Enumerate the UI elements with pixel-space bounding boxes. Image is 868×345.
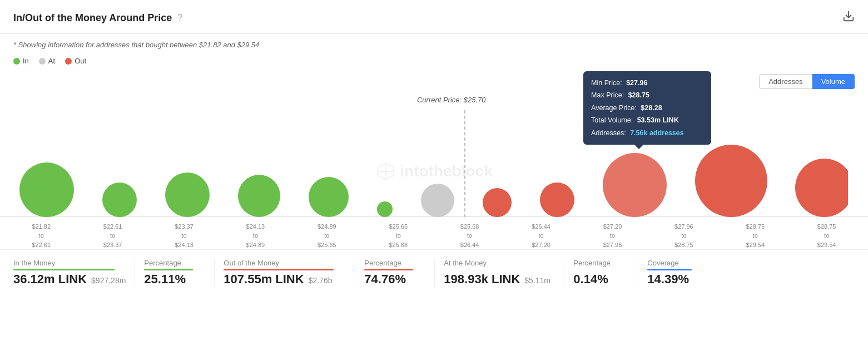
- bubble-10: [603, 153, 667, 217]
- stat-label-in: In the Money: [13, 259, 126, 267]
- bubble-7: [421, 184, 454, 217]
- help-icon[interactable]: ?: [177, 13, 182, 23]
- legend-label-at: At: [48, 57, 55, 65]
- legend-dot-in: [13, 58, 20, 65]
- x-label-10: $27.96to$28.75: [674, 222, 693, 250]
- bubble-2: [102, 183, 137, 217]
- legend: In At Out: [0, 52, 868, 71]
- tooltip-min-value: $27.96: [626, 79, 647, 87]
- stat-divider-4: [434, 259, 435, 287]
- stat-sub-out: $2.76b: [309, 276, 333, 285]
- stat-block-out-pct: Percentage 74.76%: [364, 259, 425, 287]
- bubble-4: [238, 175, 280, 217]
- x-label-9: $27.20to$27.96: [603, 222, 622, 250]
- bubble-9: [540, 183, 574, 217]
- legend-out: Out: [65, 57, 86, 65]
- stat-block-in: In the Money 36.12m LINK $927.28m: [13, 259, 126, 287]
- stat-label-out-pct: Percentage: [364, 259, 425, 267]
- x-label-7: $25.68to$26.44: [460, 222, 479, 250]
- stat-block-at: At the Money 198.93k LINK $5.11m: [444, 259, 555, 287]
- bubble-11: [695, 145, 767, 217]
- tooltip-row-avg: Average Price: $28.28: [591, 102, 703, 115]
- page-title: In/Out of the Money Around Price: [13, 12, 172, 24]
- bubble-col-9: [540, 183, 574, 217]
- stat-value-at-pct: 0.14%: [573, 272, 629, 287]
- x-label-1: $21.82to$22.61: [32, 222, 51, 250]
- tooltip-max-label: Max Price:: [591, 91, 624, 99]
- stat-divider-3: [355, 259, 355, 287]
- legend-dot-at: [39, 58, 46, 65]
- toggle-volume[interactable]: Volume: [812, 74, 855, 89]
- chart-section: Addresses Volume Current Price: $25.70 i…: [0, 71, 868, 249]
- chart-area: Current Price: $25.70 intotheblock: [0, 93, 868, 249]
- stat-block-coverage: Coverage 14.39%: [647, 259, 703, 287]
- bubble-tooltip: Min Price: $27.96 Max Price: $28.75 Aver…: [583, 71, 711, 145]
- stat-value-in-pct: 25.11%: [144, 272, 205, 287]
- stat-block-in-pct: Percentage 25.11%: [144, 259, 205, 287]
- stat-underline-at: [444, 269, 533, 270]
- x-label-2: $22.61to$23.37: [103, 222, 122, 250]
- legend-at: At: [39, 57, 55, 65]
- legend-dot-out: [65, 58, 72, 65]
- bubble-col-5: [309, 177, 349, 217]
- header-left: In/Out of the Money Around Price ?: [13, 12, 182, 24]
- stat-label-in-pct: Percentage: [144, 259, 205, 267]
- bubble-col-11: [695, 145, 767, 217]
- stat-underline-at-pct: [573, 269, 618, 270]
- tooltip-row-min: Min Price: $27.96: [591, 77, 703, 90]
- x-labels: $21.82to$22.61 $22.61to$23.37 $23.37to$2…: [0, 222, 868, 250]
- header: In/Out of the Money Around Price ?: [0, 0, 868, 34]
- stat-divider-6: [638, 259, 638, 287]
- x-label-11: $28.75to$29.54: [746, 222, 765, 250]
- download-icon[interactable]: [842, 10, 855, 26]
- bubble-col-6: [377, 201, 393, 217]
- stat-label-at: At the Money: [444, 259, 555, 267]
- x-label-4: $24.13to$24.89: [246, 222, 265, 250]
- bubble-col-2: [102, 183, 137, 217]
- stat-value-row-at: 198.93k LINK $5.11m: [444, 272, 555, 287]
- legend-label-out: Out: [75, 57, 86, 65]
- bubbles-row: Min Price: $27.96 Max Price: $28.75 Aver…: [0, 111, 868, 217]
- bubble-6: [377, 201, 393, 217]
- stat-value-row-out: 107.55m LINK $2.76b: [224, 272, 346, 287]
- stat-divider-5: [564, 259, 564, 287]
- tooltip-volume-value: 53.53m LINK: [637, 116, 679, 124]
- x-label-8: $26.44to$27.20: [532, 222, 550, 250]
- stat-value-coverage: 14.39%: [647, 272, 703, 287]
- stat-divider-1: [135, 259, 135, 287]
- stat-value-out-pct: 74.76%: [364, 272, 425, 287]
- current-price-label: Current Price: $25.70: [417, 96, 486, 104]
- bubble-3: [165, 172, 210, 217]
- stat-underline-coverage: [647, 269, 692, 270]
- stat-underline-out: [224, 269, 334, 270]
- x-label-6: $25.65to$25.68: [389, 222, 408, 250]
- page: In/Out of the Money Around Price ? * Sho…: [0, 0, 868, 292]
- tooltip-volume-label: Total Volume:: [591, 116, 633, 124]
- bubble-col-7: [421, 184, 454, 217]
- tooltip-row-addresses: Addresses: 7.56k addresses: [591, 127, 703, 140]
- x-label-3: $23.37to$24.13: [175, 222, 194, 250]
- stat-sub-in: $927.28m: [91, 276, 126, 285]
- toggle-addresses[interactable]: Addresses: [759, 74, 812, 89]
- bubble-col-12: [795, 159, 848, 217]
- stat-label-coverage: Coverage: [647, 259, 703, 267]
- bubble-col-10: Min Price: $27.96 Max Price: $28.75 Aver…: [603, 153, 667, 217]
- tooltip-min-label: Min Price:: [591, 79, 622, 87]
- tooltip-arrow: [634, 145, 643, 149]
- bubble-col-4: [238, 175, 280, 217]
- stats-bar: In the Money 36.12m LINK $927.28m Percen…: [0, 249, 868, 292]
- tooltip-row-volume: Total Volume: 53.53m LINK: [591, 114, 703, 127]
- tooltip-addresses-value: 7.56k addresses: [630, 129, 684, 137]
- stat-underline-in-pct: [144, 269, 193, 270]
- stat-underline-in: [13, 269, 115, 270]
- tooltip-row-max: Max Price: $28.75: [591, 89, 703, 102]
- stat-value-in: 36.12m LINK: [13, 272, 87, 287]
- stat-label-at-pct: Percentage: [573, 259, 629, 267]
- bubble-5: [309, 177, 349, 217]
- bubble-12: [795, 159, 848, 217]
- tooltip-avg-label: Average Price:: [591, 104, 637, 112]
- bubble-1: [19, 162, 74, 217]
- stat-underline-out-pct: [364, 269, 413, 270]
- bubble-col-3: [165, 172, 210, 217]
- x-label-12: $28.75to$29.54: [817, 222, 836, 250]
